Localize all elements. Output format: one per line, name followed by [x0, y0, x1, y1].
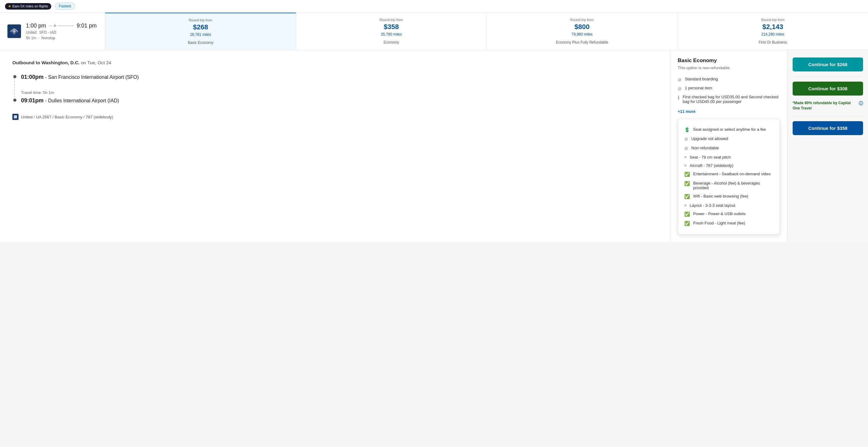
popup-item-7: ✅ Wifi - Basic web browsing (fee) [684, 192, 773, 201]
fare-price-2: $800 [575, 23, 590, 31]
outbound-destination: Outbound to Washington, D.C. [12, 60, 80, 65]
star-icon: ★ [8, 4, 11, 8]
svg-point-1 [13, 30, 16, 32]
divider-2 [793, 116, 863, 116]
timeline: 01:00pm - San Francisco International Ai… [12, 74, 658, 104]
fastest-badge: Fastest [55, 2, 75, 10]
flight-details-text: United / UA 2667 / Basic Economy / 787 (… [21, 115, 113, 119]
lines-icon-p3: ≡ [684, 155, 687, 159]
feature-text-1: 1 personal item [685, 86, 712, 90]
fare-type-3: First Or Business [758, 40, 787, 44]
continue-btn-2[interactable]: Continue for $358 [793, 121, 863, 135]
fare-price-3: $2,143 [762, 23, 783, 31]
more-link[interactable]: +11 more [678, 109, 780, 114]
check-icon-p7: ✅ [684, 194, 690, 199]
arrive-time: 9:01 pm [76, 23, 97, 29]
flight-info: 1:00 pm ✈ 9:01 pm United SFO - IAD 5h 1m… [0, 13, 105, 50]
popup-text-8: Layout - 3-3-3 seat layout [690, 203, 735, 208]
popup-item-6: ✅ Beverage - Alcohol (fee) & beverages p… [684, 179, 773, 192]
depart-time: 1:00 pm [26, 23, 46, 29]
outbound-title: Outbound to Washington, D.C. on Tue, Oct… [12, 60, 658, 65]
popup-item-1: ⊘ Upgrade not allowed [684, 135, 773, 144]
fare-card-1[interactable]: Round trip from $358 35,780 miles Econom… [296, 13, 487, 50]
check-icon-p10: ✅ [684, 221, 690, 226]
flight-stops: Nonstop [41, 36, 55, 40]
fare-detail-title: Basic Economy [678, 58, 780, 64]
info-icon-2: ℹ [678, 95, 680, 100]
popup-text-4: Aircraft - 787 (widebody) [690, 163, 734, 168]
popup-item-8: ≡ Layout - 3-3-3 seat layout [684, 201, 773, 210]
fare-label-1: Round trip from [380, 18, 403, 22]
fare-price-0: $268 [193, 23, 208, 31]
popup-text-10: Fresh Food - Light meal (fee) [693, 221, 745, 226]
earn-badge-text: Earn 5X miles on flights [12, 4, 48, 8]
popup-item-10: ✅ Fresh Food - Light meal (fee) [684, 219, 773, 228]
popup-text-6: Beverage - Alcohol (fee) & beverages pro… [693, 181, 773, 190]
outbound-date: on Tue, Oct 24 [81, 60, 111, 65]
block-icon-1: ⊘ [678, 86, 682, 91]
top-bar: ★ Earn 5X miles on flights Fastest [0, 0, 868, 13]
airline-details-icon [12, 114, 19, 120]
feature-text-0: Standard boarding [685, 77, 718, 81]
popup-item-3: ≡ Seat - 79 cm seat pitch [684, 153, 773, 161]
feature-item-1: ⊘ 1 personal item [678, 84, 780, 93]
travel-time: Travel time: 5h 1m [21, 90, 658, 95]
popup-text-5: Entertainment - Seatback on-demand video [693, 172, 771, 176]
continue-panel: Continue for $268 Continue for $308 *Mad… [788, 50, 868, 242]
fare-card-3[interactable]: Round trip from $2,143 214,280 miles Fir… [677, 13, 868, 50]
fare-miles-1: 35,780 miles [381, 32, 402, 36]
arrive-point: 09:01pm - Dulles International Airport (… [21, 97, 658, 104]
block-icon-p2: ⊘ [684, 146, 688, 151]
flight-duration: 5h 1m [26, 36, 36, 40]
fare-label-3: Round trip from [761, 18, 784, 22]
popup-item-9: ✅ Power - Power & USB outlets [684, 210, 773, 219]
popup-item-4: ≡ Aircraft - 787 (widebody) [684, 161, 773, 170]
check-icon-p9: ✅ [684, 211, 690, 217]
feature-list: ⊘ Standard boarding ⊘ 1 personal item ℹ … [678, 75, 780, 106]
flight-meta-sub: 5h 1m · Nonstop [26, 36, 97, 40]
lines-icon-p8: ≡ [684, 203, 687, 208]
itinerary-panel: Outbound to Washington, D.C. on Tue, Oct… [0, 50, 670, 242]
continue-btn-0[interactable]: Continue for $268 [793, 58, 863, 71]
fare-label-0: Round trip from [189, 18, 212, 22]
fare-miles-3: 214,280 miles [761, 32, 784, 36]
check-icon-p5: ✅ [684, 172, 690, 177]
fare-miles-0: 26,781 miles [190, 32, 211, 37]
fare-label-2: Round trip from [570, 18, 594, 22]
dollar-icon: 💲 [684, 127, 690, 132]
fare-type-0: Basic Economy [188, 40, 213, 45]
popup-item-5: ✅ Entertainment - Seatback on-demand vid… [684, 170, 773, 179]
fare-miles-2: 79,980 miles [571, 32, 592, 36]
popup-text-2: Non-refundable [691, 146, 719, 150]
fare-type-2: Economy Plus Fully Refundable [556, 40, 608, 44]
popup-text-1: Upgrade not allowed [691, 136, 728, 141]
airline-name: United [26, 30, 37, 35]
lines-icon-p4: ≡ [684, 163, 687, 168]
earn-badge: ★ Earn 5X miles on flights [5, 3, 51, 9]
feature-item-2: ℹ First checked bag for USD35.00 and Sec… [678, 93, 780, 106]
depart-point: 01:00pm - San Francisco International Ai… [21, 74, 658, 80]
popup-text-9: Power - Power & USB outlets [693, 211, 746, 216]
continue-btn-1[interactable]: Continue for $308 [793, 82, 863, 95]
popup-item-0: 💲 Seat assigned or select anytime for a … [684, 125, 773, 135]
flight-row: 1:00 pm ✈ 9:01 pm United SFO - IAD 5h 1m… [0, 13, 868, 50]
fare-price-1: $358 [384, 23, 399, 31]
flight-times: 1:00 pm ✈ 9:01 pm United SFO - IAD 5h 1m… [26, 23, 97, 40]
flight-meta: United SFO - IAD [26, 30, 97, 35]
arrive-timeline-time: 09:01pm - Dulles International Airport (… [21, 97, 658, 104]
fare-card-2[interactable]: Round trip from $800 79,980 miles Econom… [487, 13, 677, 50]
fare-type-1: Economy [384, 40, 399, 44]
fare-card-0[interactable]: Round trip from $268 26,781 miles Basic … [105, 13, 296, 50]
popup-item-2: ⊘ Non-refundable [684, 144, 773, 153]
check-icon-p6: ✅ [684, 181, 690, 186]
feature-text-2: First checked bag for USD35.00 and Secon… [683, 95, 780, 104]
capital-one-info-icon: ⓘ [859, 100, 863, 107]
depart-dot [13, 75, 17, 78]
time-line: 1:00 pm ✈ 9:01 pm [26, 23, 97, 29]
popup-text-7: Wifi - Basic web browsing (fee) [693, 194, 748, 199]
block-icon-p1: ⊘ [684, 136, 688, 142]
popup-text-3: Seat - 79 cm seat pitch [690, 155, 731, 159]
fare-options: Round trip from $268 26,781 miles Basic … [105, 13, 868, 50]
popup-panel: 💲 Seat assigned or select anytime for a … [678, 119, 780, 235]
capital-one-note: *Made 80% refundable by Capital One Trav… [793, 100, 863, 111]
